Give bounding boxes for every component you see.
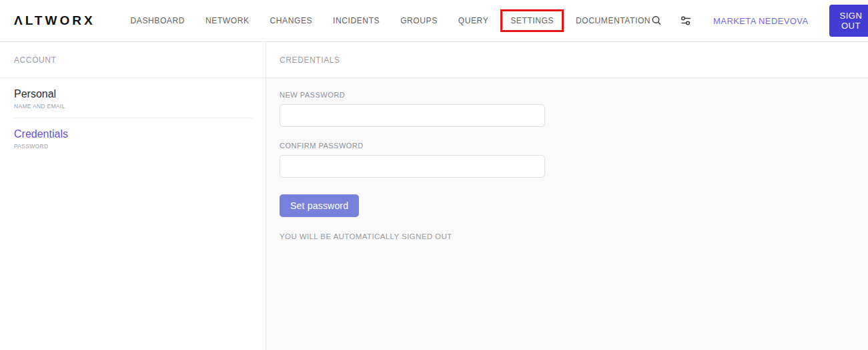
sidebar-item-credentials-label: Credentials [14,128,252,140]
page-body: ACCOUNT Personal NAME AND EMAIL Credenti… [0,42,868,350]
nav-item-changes[interactable]: CHANGES [270,16,313,25]
user-menu[interactable]: MARKETA NEDEVOVA [713,16,808,26]
nav-item-groups[interactable]: GROUPS [400,16,438,25]
sign-out-button[interactable]: SIGN OUT [829,5,868,37]
nav-item-incidents[interactable]: INCIDENTS [333,16,380,25]
main-nav: DASHBOARD NETWORK CHANGES INCIDENTS GROU… [131,9,650,32]
signout-warning-text: YOU WILL BE AUTOMATICALLY SIGNED OUT [280,232,868,240]
confirm-password-label: CONFIRM PASSWORD [280,142,868,150]
sidebar-item-personal[interactable]: Personal NAME AND EMAIL [0,78,266,118]
sidebar-item-credentials[interactable]: Credentials PASSWORD [0,118,266,158]
sidebar-title: ACCOUNT [0,42,266,78]
sidebar-item-personal-label: Personal [14,88,252,100]
confirm-password-input[interactable] [280,155,545,178]
nav-item-query[interactable]: QUERY [458,16,488,25]
nav-item-documentation[interactable]: DOCUMENTATION [576,16,650,25]
nav-item-settings[interactable]: SETTINGS [500,9,564,32]
new-password-label: NEW PASSWORD [280,91,868,99]
sidebar-item-credentials-sublabel: PASSWORD [14,143,252,150]
altworx-logo: ΛLTWORX [14,13,95,28]
sidebar-item-personal-sublabel: NAME AND EMAIL [14,103,252,110]
nav-item-dashboard[interactable]: DASHBOARD [131,16,185,25]
panel-title: CREDENTIALS [266,42,868,78]
search-icon[interactable] [650,14,663,27]
credentials-panel: CREDENTIALS NEW PASSWORD CONFIRM PASSWOR… [266,42,868,350]
topbar-right-group: MARKETA NEDEVOVA SIGN OUT [650,5,868,37]
set-password-button[interactable]: Set password [280,194,359,217]
nav-item-network[interactable]: NETWORK [205,16,250,25]
account-sidebar: ACCOUNT Personal NAME AND EMAIL Credenti… [0,42,266,350]
new-password-input[interactable] [280,104,545,127]
top-navigation-bar: ΛLTWORX DASHBOARD NETWORK CHANGES INCIDE… [0,0,868,42]
credentials-form: NEW PASSWORD CONFIRM PASSWORD Set passwo… [266,78,868,240]
sliders-icon[interactable] [680,14,692,27]
